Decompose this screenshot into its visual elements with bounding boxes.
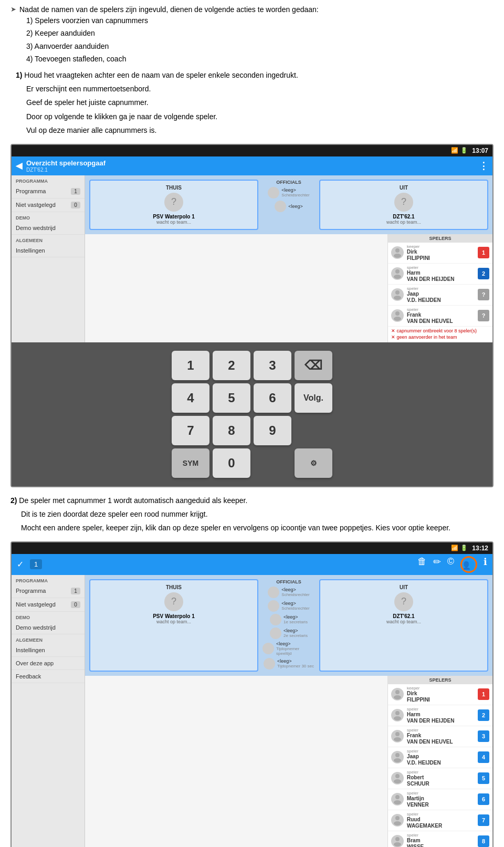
svg-point-17 — [394, 779, 401, 783]
official2-1: <leeg> Scheidsrechter — [268, 600, 309, 612]
player2-cap-5: 6 — [478, 793, 489, 805]
team-uit-label1: UIT — [400, 185, 408, 191]
team-thuis2: THUIS ? PSV Waterpolo 1 wacht op team... — [89, 579, 258, 672]
sidebar-item-programma2[interactable]: Programma 1 — [12, 584, 85, 598]
player-row-3[interactable]: speler Frank VAN DEN HEUVEL ? — [388, 306, 492, 327]
sidebar-item-overdeze[interactable]: Over deze app — [12, 657, 85, 670]
delete-icon2[interactable]: 🗑 — [417, 556, 427, 573]
toolbar-title-block1: Overzicht spelersopgaaf DZT'62.1 — [26, 159, 106, 173]
official2-5: <leeg> Tijdopnemer 30 sec — [264, 658, 314, 670]
svg-point-22 — [395, 837, 400, 841]
sidebar-item-nietvast1[interactable]: Niet vastgelegd 0 — [12, 198, 85, 212]
player2-row-1[interactable]: speler Harm VAN DER HEIJDEN 2 — [388, 705, 492, 726]
player2-row-0[interactable]: keeper Dirk FILIPPINI 1 — [388, 684, 492, 705]
people-icon2: 👥 — [463, 559, 475, 570]
content-row2: SPELERS keeper Dirk FILIPPINI — [85, 676, 492, 847]
section1-line2: Door op volgende te klikken ga je naar d… — [26, 111, 494, 122]
section2-line1: Dit is te zien doordat deze speler een r… — [21, 508, 494, 520]
team-thuis-label2: THUIS — [166, 584, 182, 590]
official-avatar-1 — [275, 201, 286, 212]
player2-row-2[interactable]: speler Frank VAN DEN HEUVEL 3 — [388, 726, 492, 747]
sidebar-item-demo2[interactable]: Demo wedstrijd — [12, 621, 85, 634]
svg-point-18 — [395, 795, 400, 799]
team-thuis-logo1: ? — [164, 193, 183, 212]
menu-icon1[interactable]: ⋮ — [479, 161, 488, 171]
official-avatar2-3 — [270, 628, 281, 639]
player2-row-4[interactable]: speler Robert SCHUUR 5 — [388, 768, 492, 789]
sidebar-item-instellingen2[interactable]: Instellingen — [12, 644, 85, 657]
section1-line1: Geef de speler het juiste capnummer. — [26, 97, 494, 108]
svg-point-15 — [394, 758, 401, 762]
toolbar2: ✓ 1 🗑 ✏ © 👥 ℹ — [12, 554, 492, 575]
numpad-volg[interactable]: Volg. — [295, 383, 332, 413]
sidebar-item-feedback[interactable]: Feedback — [12, 670, 85, 683]
sidebar-item-instellingen1[interactable]: Instellingen — [12, 244, 85, 257]
player-cap-3: ? — [478, 310, 489, 321]
player-avatar-1 — [391, 267, 404, 280]
numpad-key-0[interactable]: 0 — [213, 448, 250, 478]
section1-line3: Vul op deze manier alle capnummers is. — [26, 124, 494, 136]
player2-cap-1: 2 — [478, 709, 489, 721]
numpad-key-6[interactable]: 6 — [254, 383, 291, 413]
player2-avatar-0 — [391, 688, 404, 700]
players-header1: SPELERS — [388, 234, 492, 243]
sidebar-section-algemeen1: ALGEMEEN — [12, 235, 85, 244]
section1-number: 1) Houd het vraagteken achter een de naa… — [16, 69, 494, 81]
status-icons1: 📶 🔋 13:07 — [451, 147, 488, 154]
player2-row-6[interactable]: speler Ruud WAGEMAKER 7 — [388, 810, 492, 831]
time2: 13:12 — [472, 545, 488, 552]
copy-icon2[interactable]: © — [447, 556, 454, 573]
team-uit-logo2: ? — [394, 592, 413, 611]
numpad-key-7[interactable]: 7 — [172, 416, 209, 445]
svg-point-0 — [395, 248, 400, 253]
player-row-1[interactable]: speler Harm VAN DER HEIJDEN 2 — [388, 264, 492, 285]
numpad-key-5[interactable]: 5 — [213, 383, 250, 413]
app-body1: PROGRAMMA Programma 1 Niet vastgelegd 0 … — [12, 175, 492, 342]
sidebar-section-demo1: DEMO — [12, 212, 85, 222]
player2-avatar-6 — [391, 814, 404, 827]
player2-cap-2: 3 — [478, 730, 489, 742]
player2-row-3[interactable]: speler Jaap V.D. HEIJDEN 4 — [388, 747, 492, 768]
official-item-1: <leeg> — [275, 201, 303, 212]
toolbar-title1: Overzicht spelersopgaaf — [26, 159, 106, 167]
svg-point-9 — [394, 695, 401, 699]
official-avatar2-0 — [268, 587, 279, 598]
official-avatar-0 — [268, 187, 279, 198]
svg-point-4 — [395, 290, 400, 295]
intro-step-1: 1) Spelers voorzien van capnummers — [26, 15, 494, 26]
people-icon2-highlight[interactable]: 👥 — [460, 556, 477, 573]
player2-avatar-5 — [391, 793, 404, 806]
sidebar-item-nietvast2[interactable]: Niet vastgelegd 0 — [12, 598, 85, 612]
player2-row-5[interactable]: speler Martijn VENNER 6 — [388, 789, 492, 810]
player2-info-2: speler Frank VAN DEN HEUVEL — [407, 728, 475, 745]
numpad-key-2[interactable]: 2 — [213, 351, 250, 380]
players-header2: SPELERS — [388, 676, 492, 684]
numpad-settings[interactable]: ⚙ — [295, 448, 332, 478]
numpad-key-1[interactable]: 1 — [172, 351, 209, 380]
back-icon1[interactable]: ◀ — [16, 161, 22, 171]
numpad-sym[interactable]: SYM — [172, 448, 209, 478]
numpad-key-9[interactable]: 9 — [254, 416, 291, 445]
player2-row-7[interactable]: speler Bram WISSE 8 — [388, 831, 492, 847]
sidebar-item-programma1[interactable]: Programma 1 — [12, 185, 85, 198]
info-icon2[interactable]: ℹ — [484, 556, 487, 573]
svg-point-5 — [394, 296, 401, 300]
numpad-key-8[interactable]: 8 — [213, 416, 250, 445]
match-row2: THUIS ? PSV Waterpolo 1 wacht op team...… — [85, 575, 492, 676]
team-thuis-logo2: ? — [164, 592, 183, 611]
svg-point-10 — [395, 711, 400, 715]
edit-icon2[interactable]: ✏ — [433, 556, 441, 573]
numpad-empty1 — [295, 416, 332, 445]
player-info-3: speler Frank VAN DEN HEUVEL — [407, 307, 475, 325]
toolbar-subtitle1: DZT'62.1 — [26, 167, 106, 173]
numpad-backspace[interactable]: ⌫ — [295, 351, 332, 380]
player-row-0[interactable]: keeper Dirk FILIPPINI 1 — [388, 243, 492, 264]
player-cap-0: 1 — [478, 247, 489, 258]
sidebar-item-demo1[interactable]: Demo wedstrijd — [12, 222, 85, 235]
spacer2 — [85, 676, 387, 847]
numpad-key-3[interactable]: 3 — [254, 351, 291, 380]
bullet-arrow: ➤ — [10, 5, 16, 14]
numpad-key-4[interactable]: 4 — [172, 383, 209, 413]
player-row-2[interactable]: speler Jaap V.D. HEIJDEN ? — [388, 285, 492, 306]
team-thuis-name1: PSV Waterpolo 1 — [153, 214, 195, 219]
